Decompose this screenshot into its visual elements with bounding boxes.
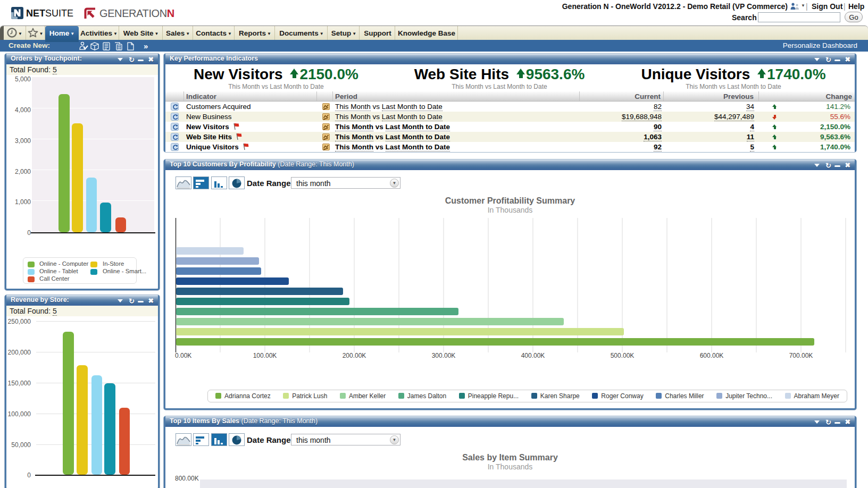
svg-text:200.00K: 200.00K [343, 352, 366, 359]
svg-text:»: » [144, 41, 148, 51]
svg-text:700.00K: 700.00K [789, 352, 813, 359]
svg-text:300.00K: 300.00K [432, 352, 456, 359]
svg-text:0.00K: 0.00K [175, 352, 191, 359]
svg-text:500.00K: 500.00K [611, 352, 635, 359]
svg-text:100.00K: 100.00K [253, 352, 277, 359]
svg-text:400.00K: 400.00K [521, 352, 545, 359]
svg-text:600.00K: 600.00K [700, 352, 724, 359]
